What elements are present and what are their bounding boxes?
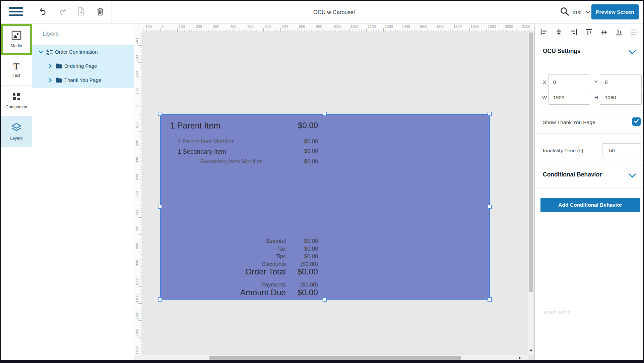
selection-handle[interactable] — [488, 112, 492, 116]
ruler-tick-label: 300 — [135, 157, 139, 163]
w-input[interactable] — [548, 90, 590, 105]
ruler-tick-label: 0 — [162, 24, 164, 29]
align-center-vertical-button[interactable] — [599, 28, 609, 38]
selection-handle[interactable] — [158, 297, 162, 302]
ocu-settings-header[interactable]: OCU Settings — [543, 48, 581, 55]
ruler-corner — [134, 23, 142, 32]
scroll-down-arrow-icon[interactable] — [529, 350, 533, 352]
undo-button[interactable] — [38, 6, 49, 18]
undo-icon — [39, 7, 48, 17]
vertical-ruler: -500-400-300-200-10001002003004005006007… — [134, 23, 142, 356]
receipt-total-label: Order Total — [161, 267, 286, 276]
ruler-tick-label: 1300 — [135, 329, 139, 337]
tree-node-ordering-page[interactable]: Ordering Page — [32, 59, 134, 73]
align-left-button[interactable] — [539, 28, 549, 38]
search-icon[interactable] — [560, 6, 570, 18]
inactivity-time-input[interactable] — [602, 143, 641, 157]
ruler-tick-label: -100 — [144, 24, 152, 29]
selection-handle[interactable] — [323, 297, 327, 302]
selection-handle[interactable] — [323, 112, 327, 116]
receipt-item-label: 1 Parent Item Modifier — [178, 138, 234, 145]
chevron-down-icon[interactable] — [585, 9, 590, 15]
chevron-right-icon[interactable] — [48, 63, 54, 69]
ruler-tick-label: -200 — [135, 71, 139, 79]
receipt-total-value: $0.00 — [271, 253, 318, 260]
folder-icon — [56, 63, 62, 70]
scrollbar-corner — [528, 355, 533, 360]
chevron-down-icon[interactable] — [38, 49, 44, 55]
vertical-scrollbar-thumb[interactable] — [529, 33, 533, 292]
chevron-right-icon[interactable] — [48, 77, 54, 84]
selection-handle[interactable] — [158, 205, 162, 209]
ruler-tick-label: 400 — [230, 24, 236, 29]
ruler-tick-label: 700 — [282, 24, 288, 29]
y-input[interactable] — [600, 74, 642, 89]
rail-item-component[interactable]: Component — [1, 86, 32, 116]
horizontal-ruler: -100010020030040050060070080090010001100… — [142, 23, 534, 32]
scroll-right-arrow-icon[interactable] — [519, 356, 521, 360]
align-right-button[interactable] — [569, 28, 579, 38]
receipt-total-label: Payments — [161, 281, 286, 288]
conditional-behavior-header[interactable]: Conditional Behavior — [543, 171, 602, 178]
delete-button[interactable] — [94, 6, 106, 18]
hamburger-menu-icon[interactable] — [9, 6, 23, 18]
redo-button[interactable] — [57, 6, 68, 18]
layers-icon — [11, 123, 22, 134]
watermark-fragment: ated Wind — [544, 309, 571, 315]
ruler-tick-label: 1900 — [488, 24, 496, 29]
selection-handle[interactable] — [488, 205, 492, 209]
ruler-tick-label: 800 — [299, 24, 305, 29]
receipt-total-value: $0.00 — [271, 288, 318, 297]
receipt-total-label: Discounts — [161, 261, 286, 267]
receipt-total-label: Tips — [161, 253, 286, 260]
ruler-tick-label: 900 — [135, 260, 139, 266]
x-input[interactable] — [548, 74, 590, 89]
rail-item-media[interactable]: Media — [1, 24, 32, 55]
receipt-item-label: 1 Secondary Item — [178, 148, 226, 155]
horizontal-scrollbar-thumb[interactable] — [209, 356, 461, 360]
preview-screen-button[interactable]: Preview Screen — [591, 4, 639, 19]
rail-item-layers[interactable]: Layers — [1, 116, 32, 147]
show-thank-you-label: Show Thank You Page — [543, 119, 595, 125]
chevron-down-icon[interactable] — [629, 173, 636, 179]
align-center-horizontal-button[interactable] — [554, 28, 564, 38]
ruler-tick-label: 100 — [135, 122, 139, 128]
new-page-button[interactable] — [75, 6, 87, 18]
horizontal-scrollbar[interactable] — [134, 355, 528, 360]
toolbar-divider — [112, 1, 112, 23]
receipt-item-row: 1 Secondary Item Modifier$0.00 — [161, 158, 318, 166]
window-frame: OCU w Carousel 41% Preview Screen MediaT… — [0, 0, 644, 363]
distribute-icon — [630, 28, 639, 38]
ruler-tick-label: 300 — [213, 24, 219, 29]
show-thank-you-checkbox[interactable] — [632, 117, 641, 126]
receipt-total-label: Amount Due — [161, 288, 286, 297]
rail-item-text[interactable]: TText — [1, 55, 32, 86]
trash-icon — [96, 7, 104, 17]
align-top-button[interactable] — [584, 28, 594, 38]
align-bottom-button[interactable] — [614, 28, 624, 38]
w-label: W — [542, 95, 547, 100]
tree-node-order-confirmation[interactable]: Order Confirmation — [32, 45, 134, 59]
selection-handle[interactable] — [158, 112, 162, 116]
chevron-down-icon[interactable] — [629, 50, 636, 56]
h-input[interactable] — [600, 90, 642, 105]
vertical-scrollbar[interactable] — [528, 32, 533, 356]
ruler-tick-label: 1200 — [368, 24, 376, 29]
selection-handle[interactable] — [488, 297, 492, 302]
add-conditional-behavior-button[interactable]: Add Conditional Behavior — [540, 198, 640, 212]
divider — [535, 112, 643, 112]
zoom-level[interactable]: 41% — [572, 9, 582, 15]
selected-ocu-element[interactable]: 1 Parent Item$0.001 Parent Item Modifier… — [160, 114, 490, 300]
ruler-tick-label: -300 — [135, 54, 139, 61]
ruler-tick-label: 800 — [135, 243, 139, 249]
design-canvas[interactable]: -100010020030040050060070080090010001100… — [134, 23, 534, 360]
receipt-total-label: Tax — [161, 246, 286, 252]
ruler-tick-label: 900 — [316, 24, 322, 29]
ruler-tick-label: 1300 — [385, 24, 393, 29]
x-label: X — [543, 79, 546, 85]
toolbar: OCU w Carousel 41% Preview Screen — [1, 1, 643, 23]
distribute-button[interactable] — [629, 28, 639, 38]
align-center-vertical-icon — [600, 28, 608, 38]
tree-node-thank-you-page[interactable]: Thank You Page — [32, 73, 134, 88]
ruler-tick-label: -400 — [135, 37, 139, 44]
